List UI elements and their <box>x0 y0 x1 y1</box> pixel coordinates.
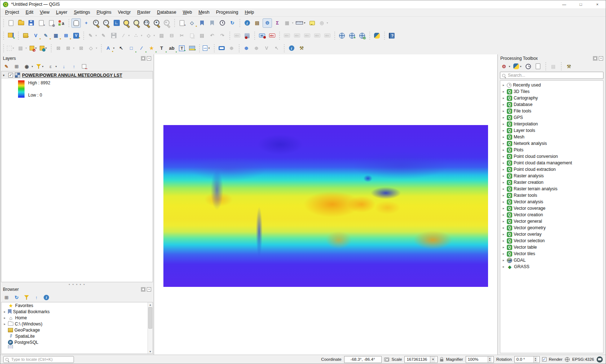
gps-connect-button[interactable] <box>217 44 226 53</box>
current-edits-button[interactable]: ✎▾ <box>86 31 98 40</box>
expand-arrow-icon[interactable]: ▸ <box>502 258 505 262</box>
digitize-with-shape-button[interactable]: ∴▾ <box>132 31 144 40</box>
expand-arrow-icon[interactable]: ▸ <box>502 226 505 230</box>
browser-item-postgresql[interactable]: ▸ PostgreSQL <box>1 339 153 345</box>
epsg-label[interactable]: EPSG:4326 <box>572 357 594 361</box>
options-button[interactable]: ⚒ <box>297 44 306 53</box>
processing-options-button[interactable]: ⚒ <box>565 62 573 71</box>
menu-view[interactable]: View <box>36 9 53 16</box>
redo-button[interactable]: ↷ <box>218 31 227 40</box>
filter-expression-button[interactable]: ε▾ <box>46 62 58 71</box>
deselect-features-button[interactable]: ▾ <box>29 44 38 53</box>
undo-button[interactable]: ↶ <box>207 31 217 40</box>
expand-arrow-icon[interactable]: ▸ <box>502 232 505 236</box>
cut-features-button[interactable]: ✂ <box>177 31 186 40</box>
move-features-button[interactable]: ⊠ <box>54 44 63 53</box>
run-feature-action-button[interactable]: ◎▾ <box>317 18 329 28</box>
help-button[interactable] <box>387 31 396 40</box>
expand-arrow-icon[interactable]: ▸ <box>502 168 505 171</box>
expand-arrow-icon[interactable]: ▸ <box>502 239 505 243</box>
panel-close-button[interactable]: × <box>147 287 151 292</box>
gps-track-button[interactable]: ⊕ <box>252 44 261 53</box>
results-viewer-button[interactable] <box>534 62 542 71</box>
browser-item-geopackage[interactable]: ▸ GeoPackage <box>1 327 153 333</box>
panel-close-button[interactable]: × <box>147 56 151 61</box>
dropdown-arrow-icon[interactable]: ▾ <box>127 34 131 37</box>
menu-processing[interactable]: Processing <box>213 9 242 16</box>
temporal-controller-button[interactable] <box>218 18 227 28</box>
rect-text-annotation-button[interactable]: T▪ <box>177 44 186 53</box>
dropdown-arrow-icon[interactable]: ▾ <box>25 46 28 50</box>
magnifier-spinner[interactable]: 100% ▲▼ <box>466 356 494 363</box>
copy-move-features-button[interactable]: ⊠▾ <box>64 44 76 53</box>
python-console-button[interactable] <box>372 31 382 40</box>
lock-scale-icon[interactable] <box>440 359 443 361</box>
select-features-button[interactable]: ▾ <box>6 44 16 53</box>
layer-labeling-options-button[interactable] <box>232 31 242 40</box>
pan-to-selection-button[interactable]: + <box>82 18 91 28</box>
toolbox-group-raster-terrain-analysis[interactable]: ▸ Raster terrain analysis <box>500 186 603 192</box>
expand-arrow-icon[interactable]: ▸ <box>502 90 505 93</box>
style-manager-button[interactable]: a <box>57 18 66 28</box>
toolbox-search-input[interactable] <box>507 72 601 78</box>
scrollbar-thumb[interactable] <box>148 307 152 329</box>
map-tips-button[interactable] <box>307 18 317 28</box>
toolbox-group-point-cloud-data-management[interactable]: ▸ Point cloud data management <box>500 160 603 166</box>
scroll-up-icon[interactable]: ▲ <box>148 302 153 307</box>
toolbox-group-plots[interactable]: ▸ Plots <box>500 147 603 153</box>
layer-styling-button[interactable]: ✎ <box>2 62 11 71</box>
toolbox-group-grass[interactable]: ▸ GRASS <box>500 263 603 270</box>
open-project-button[interactable] <box>16 18 26 28</box>
toolbox-group-interpolation[interactable]: ▸ Interpolation <box>500 121 603 127</box>
browser-item-home[interactable]: ▸ Home <box>1 315 153 321</box>
expand-arrow-icon[interactable]: ▸ <box>502 109 505 113</box>
panel-float-button[interactable] <box>141 56 145 61</box>
toolbox-group-raster-creation[interactable]: ▸ Raster creation <box>500 179 603 186</box>
zoom-next-button[interactable]: ▸ <box>162 18 172 28</box>
render-checkbox[interactable]: ✓ <box>542 357 546 361</box>
move-label-button[interactable] <box>302 31 312 40</box>
line-annotation-button[interactable]: ∕▪ <box>137 44 146 53</box>
collapse-all-button[interactable]: ↑ <box>70 62 78 71</box>
combo-arrow-icon[interactable]: ▼ <box>430 356 435 363</box>
dock-splitter[interactable]: ● ● ● ● ● <box>0 283 154 285</box>
toolbox-group-recently-used[interactable]: ▸ Recently used <box>500 82 603 88</box>
browser-item-spatial-bookmarks[interactable]: ▸ Spatial Bookmarks <box>1 308 153 315</box>
gps-import-button[interactable]: ↖ <box>272 44 281 53</box>
zoom-full-button[interactable] <box>112 18 121 28</box>
dropdown-arrow-icon[interactable]: ▾ <box>207 46 211 50</box>
menu-project[interactable]: Project <box>2 9 22 16</box>
toolbox-group-cartography[interactable]: ▸ Cartography <box>500 95 603 101</box>
text-annotation-line-button[interactable]: ab▪ <box>167 44 176 53</box>
models-button[interactable]: ⚙▾ <box>500 62 511 71</box>
new-shapefile-layer-button[interactable]: V* <box>31 31 40 40</box>
toolbox-group-vector-creation[interactable]: ▸ Vector creation <box>500 212 603 218</box>
toolbox-group-vector-general[interactable]: ▸ Vector general <box>500 218 603 225</box>
add-selected-layers-button[interactable]: ⊞ <box>2 293 11 302</box>
expand-arrow-icon[interactable]: ▸ <box>3 310 6 314</box>
toggle-editing-button[interactable]: ✎ <box>99 31 108 40</box>
toolbox-group-raster-tools[interactable]: ▸ Raster tools <box>500 192 603 199</box>
copy-features-button[interactable] <box>187 31 197 40</box>
expand-arrow-icon[interactable]: ▸ <box>502 213 505 217</box>
expand-arrow-icon[interactable]: ▸ <box>502 219 505 223</box>
highlight-pinned-labels-button[interactable] <box>282 31 291 40</box>
toolbox-group-database[interactable]: ▸ Database <box>500 101 603 108</box>
toolbox-group-vector-coverage[interactable]: ▸ Vector coverage <box>500 205 603 212</box>
data-source-manager-button[interactable]: + <box>6 31 16 40</box>
open-attribute-table-button[interactable]: ▦▾ <box>283 18 295 28</box>
menu-web[interactable]: Web <box>180 9 195 16</box>
show-layout-manager-button[interactable]: ⚙ <box>47 18 56 28</box>
browser-item-spatialite[interactable]: ▸ SpatiaLite <box>1 333 153 339</box>
metasearch-button[interactable] <box>337 31 347 40</box>
filter-legend-button[interactable]: ▾ <box>36 62 45 71</box>
add-map-service-button[interactable]: + <box>347 31 357 40</box>
toolbox-group-vector-tiles[interactable]: ▸ Vector tiles <box>500 250 603 257</box>
dropdown-arrow-icon[interactable]: ▾ <box>508 65 511 68</box>
dropdown-arrow-icon[interactable]: ▾ <box>291 21 294 25</box>
new-temporary-scratch-layer-button[interactable]: ▦* <box>51 31 61 40</box>
diagram-single-feature-button[interactable] <box>267 31 277 40</box>
modify-attributes-button[interactable]: ▤ <box>157 31 166 40</box>
expand-arrow-icon[interactable]: ▸ <box>502 142 505 145</box>
polygon-annotation-button[interactable]: □▪ <box>127 44 136 53</box>
